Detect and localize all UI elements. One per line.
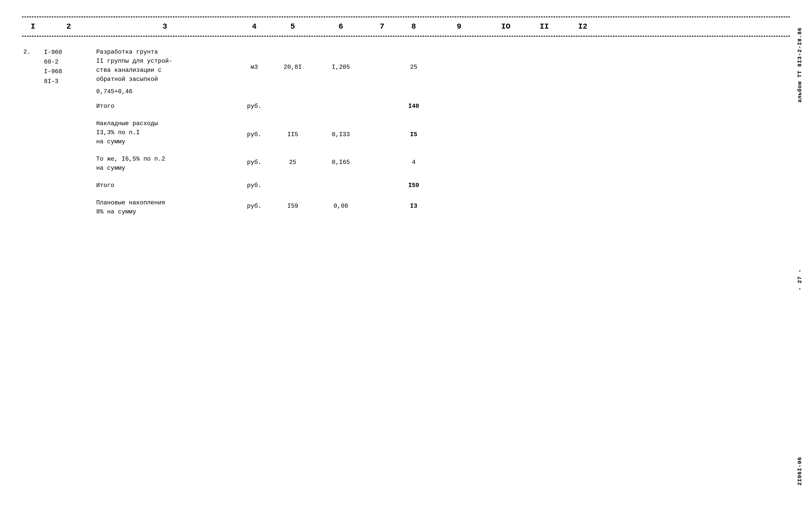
header-section: I 2 3 4 5 6 7 8 9 IO II I2 <box>22 17 790 36</box>
cell-plan-col3-line1: Плановые накопления <box>96 198 236 208</box>
cell-row1-col3-line1: Разработка грунта <box>96 48 236 57</box>
cell-row1-col3-sub: 0,745+0,46 <box>96 87 236 96</box>
cell-row1-col3-line2: II группы для устрой- <box>96 57 236 66</box>
col-header-2: 2 <box>44 22 93 31</box>
cell-row1-col3-line4: обратной засыпкой <box>96 75 236 84</box>
col-header-12: I2 <box>563 22 602 31</box>
col-header-8: 8 <box>396 22 432 31</box>
cell-row1-col2: I-960 60-2 I-968 8I-3 <box>44 48 93 86</box>
cell-row1-col6: I,205 <box>313 48 368 72</box>
cell-plan-col3-line2: 8% на сумму <box>96 208 236 216</box>
cell-tozhe-col3-line2: на сумму <box>96 164 236 173</box>
sidebar-right: альбом ТТ 8I3-2-I8.86 - 27 - 2I06I-06 <box>790 0 809 513</box>
col-header-9: 9 <box>432 22 487 31</box>
cell-tozhe-col5: 25 <box>272 155 313 167</box>
table-row-nakl: Накладные расходы I3,3% по п.I на сумму … <box>22 119 790 146</box>
cell-nakl-col3-line2: I3,3% по п.I <box>96 128 236 137</box>
cell-tozhe-col3-line1: То же, I6,5% по п.2 <box>96 155 236 164</box>
cell-plan-col3: Плановые накопления 8% на сумму <box>93 198 236 216</box>
col-header-6: 6 <box>313 22 368 31</box>
cell-row1-col3-line3: ства канализации с <box>96 66 236 75</box>
cell-plan-col5: I59 <box>272 198 313 211</box>
cell-plan-col8: I3 <box>396 198 432 211</box>
table-row: 2. I-960 60-2 I-968 8I-3 Разработка грун… <box>22 48 790 96</box>
cell-itogo2-col8: I59 <box>396 181 432 190</box>
cell-row1-col8: 25 <box>396 48 432 72</box>
cell-nakl-col8: I5 <box>396 119 432 139</box>
cell-nakl-col3-line3: на сумму <box>96 137 236 146</box>
cell-plan-col6: 0,08 <box>313 198 368 211</box>
cell-plan-col4: руб. <box>236 198 272 211</box>
col-header-10: IO <box>487 22 525 31</box>
col-header-3: 3 <box>93 22 236 31</box>
cell-tozhe-col6: 0,I65 <box>313 155 368 167</box>
table-row-tozhe: То же, I6,5% по п.2 на сумму руб. 25 0,I… <box>22 155 790 173</box>
cell-tozhe-col4: руб. <box>236 155 272 167</box>
cell-row1-col5: 20,8I <box>272 48 313 72</box>
column-headers: I 2 3 4 5 6 7 8 9 IO II I2 <box>22 20 790 33</box>
sidebar-text-top: альбом ТТ 8I3-2-I8.86 <box>796 28 803 103</box>
page-container: I 2 3 4 5 6 7 8 9 IO II I2 2. I-960 60-2… <box>0 0 812 513</box>
cell-itogo1-col4: руб. <box>236 102 272 111</box>
cell-nakl-col5: II5 <box>272 119 313 139</box>
cell-row1-col4: м3 <box>236 48 272 72</box>
cell-nakl-col3: Накладные расходы I3,3% по п.I на сумму <box>93 119 236 146</box>
table-row-plan: Плановые накопления 8% на сумму руб. I59… <box>22 198 790 216</box>
cell-tozhe-col3: То же, I6,5% по п.2 на сумму <box>93 155 236 173</box>
cell-nakl-col4: руб. <box>236 119 272 139</box>
col-header-11: II <box>525 22 563 31</box>
bottom-dashed-line <box>22 36 790 36</box>
cell-row1-col3: Разработка грунта II группы для устрой- … <box>93 48 236 96</box>
cell-itogo2-col3: Итого <box>93 181 236 190</box>
table-row-itogo1: Итого руб. I40 <box>22 102 790 111</box>
col-header-4: 4 <box>236 22 272 31</box>
cell-itogo1-col3: Итого <box>93 102 236 111</box>
table-row-itogo2: Итого руб. I59 <box>22 181 790 190</box>
cell-nakl-col3-line1: Накладные расходы <box>96 119 236 128</box>
cell-itogo1-col8: I40 <box>396 102 432 111</box>
cell-nakl-col6: 0,I33 <box>313 119 368 139</box>
col-header-1: I <box>22 22 44 31</box>
sidebar-text-bottom: 2I06I-06 <box>796 457 803 485</box>
cell-row1-col1: 2. <box>22 48 44 57</box>
cell-tozhe-col8: 4 <box>396 155 432 167</box>
data-rows: 2. I-960 60-2 I-968 8I-3 Разработка грун… <box>22 48 790 216</box>
col-header-7: 7 <box>368 22 396 31</box>
top-dashed-line <box>22 17 790 17</box>
col-header-5: 5 <box>272 22 313 31</box>
cell-itogo2-col4: руб. <box>236 181 272 190</box>
sidebar-text-mid: - 27 - <box>796 269 803 291</box>
